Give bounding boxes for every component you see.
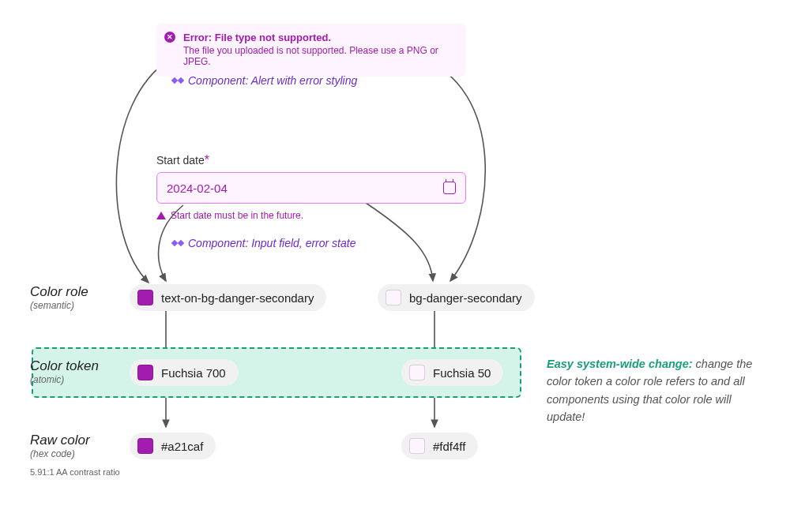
token-text-label: Fuchsia 700 [161, 366, 226, 380]
role-text-label: text-on-bg-danger-secondary [161, 291, 314, 305]
required-marker: * [205, 153, 209, 167]
sparkle-icon [172, 238, 183, 249]
alert-title: Error: File type not supported. [183, 32, 455, 43]
token-pill-bg: Fuchsia 50 [401, 359, 503, 386]
swatch-fuchsia50 [409, 438, 425, 454]
caption-alert-text: Component: Alert with error styling [188, 74, 357, 87]
contrast-ratio-note: 5.91:1 AA contrast ratio [30, 467, 120, 477]
swatch-fuchsia700 [137, 290, 153, 305]
field-label-row: Start date* [156, 153, 466, 167]
caption-input: Component: Input field, error state [172, 237, 356, 249]
caption-input-text: Component: Input field, error state [188, 237, 356, 249]
raw-bg-label: #fdf4ff [433, 440, 465, 453]
swatch-fuchsia700 [137, 365, 153, 380]
date-input-value: 2024-02-04 [167, 182, 228, 195]
caption-alert: Component: Alert with error styling [172, 74, 357, 87]
warning-icon [156, 212, 166, 219]
raw-pill-text: #a21caf [130, 433, 216, 459]
date-field-group: Start date* 2024-02-04 Start date must b… [156, 153, 466, 221]
field-error-text: Start date must be in the future. [171, 210, 303, 221]
layer-label-raw: Raw color (hex code) 5.91:1 AA contrast … [30, 433, 120, 477]
token-bg-label: Fuchsia 50 [433, 366, 491, 380]
alert-error-card: ✕ Error: File type not supported. The fi… [156, 24, 466, 77]
field-label: Start date [156, 154, 205, 167]
layer-token-sub: (atomic) [30, 374, 99, 385]
layer-raw-sub: (hex code) [30, 448, 120, 459]
layer-label-token: Color token (atomic) [30, 358, 99, 385]
alert-body: The file you uploaded is not supported. … [183, 45, 455, 67]
layer-role-sub: (semantic) [30, 300, 88, 311]
swatch-fuchsia50 [409, 365, 425, 380]
layer-token-title: Color token [30, 358, 99, 374]
role-bg-label: bg-danger-secondary [409, 291, 522, 305]
field-error: Start date must be in the future. [156, 210, 466, 221]
swatch-fuchsia700 [137, 438, 153, 454]
swatch-fuchsia50 [386, 290, 401, 305]
sparkle-icon [172, 75, 183, 86]
date-input[interactable]: 2024-02-04 [156, 172, 466, 204]
layer-label-role: Color role (semantic) [30, 284, 88, 311]
layer-role-title: Color role [30, 284, 88, 300]
explainer-lead: Easy system-wide change: [547, 358, 693, 370]
token-pill-text: Fuchsia 700 [130, 359, 239, 386]
calendar-icon[interactable] [443, 182, 456, 194]
role-pill-bg: bg-danger-secondary [378, 284, 535, 311]
raw-text-label: #a21caf [161, 440, 203, 453]
layer-raw-title: Raw color [30, 433, 120, 448]
role-pill-text: text-on-bg-danger-secondary [130, 284, 326, 311]
close-icon[interactable]: ✕ [164, 32, 175, 43]
raw-pill-bg: #fdf4ff [401, 433, 478, 459]
explainer-text: Easy system-wide change: change the colo… [547, 355, 768, 426]
